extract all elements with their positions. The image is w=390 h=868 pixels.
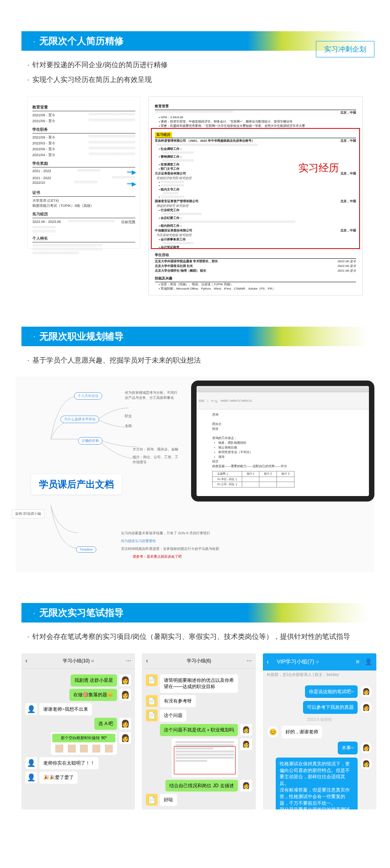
section-header: · 无限次职业规划辅导 <box>21 327 369 346</box>
back-icon[interactable]: ‹ <box>146 657 148 664</box>
resume-mockup-right: 教育背景 北京，中国 • GPA：3.84/4.00 • 课程：投资学原理、中级… <box>148 96 363 295</box>
more-icon[interactable]: ≡ 👤 <box>356 658 372 665</box>
bullet: ·针对会存在笔试考察的实习项目/岗位（暑期实习、寒假实习、技术类岗位等），提供针… <box>27 630 363 643</box>
section-career: · 无限次职业规划辅导 ·基于学员个人意愿兴趣、挖掘学员对于未来的职业想法 <box>0 327 390 572</box>
chat-screenshot-2: ‹ 学习小组(6) ··· 📄请简明扼要阐述你的优点以及你希望在——达成的职业目… <box>142 653 255 809</box>
section-header: · 无限次实习笔试指导 <box>21 603 369 623</box>
top-label: 实习冲刺企划 <box>316 41 374 57</box>
bullet: ·针对要投递的不同企业/岗位的简历进行精修 <box>27 59 363 71</box>
small-tag: 架构:职场调小编 <box>12 509 44 518</box>
chat-notice: 外部群，含1位外部联系人 | 群主：beckey <box>263 671 376 679</box>
laptop-mockup: 粘贴|B I UAaBbC AaBbCcl AaBbCcL 咨询 国央企 创业 … <box>191 381 374 502</box>
chat-image <box>172 738 238 777</box>
section-title: 无限次实习笔试指导 <box>39 607 124 619</box>
back-icon[interactable]: ‹ <box>267 658 269 665</box>
more-icon[interactable]: ··· <box>246 657 252 664</box>
highlight-label: 实习经历 <box>298 161 339 175</box>
chat-screenshot-1: ‹ 学习小组(10) ○ ··· 👩我剧透 这群小星星 👩在做🎯集落的题😊 👤谢… <box>21 653 135 809</box>
chat-screenshot-3: ‹ VIP学习小组(7) ○ ≡ 👤 外部群，含1位外部联系人 | 群主：bec… <box>263 653 376 809</box>
laptop-doc: 咨询 国央企 创业 查询的工作状态： 钱多、团队氛围轻松 独立领项目做 研究性质… <box>197 409 369 491</box>
chat-title: 学习小组(6) <box>187 658 211 664</box>
section-resume: · 无限次个人简历精修 ·针对要投递的不同企业/岗位的简历进行精修 ·实现个人实… <box>0 31 390 295</box>
dot-icon: · <box>33 332 35 341</box>
chat-image: 那个空白框那时针旋转 90° <box>51 732 117 755</box>
chat-title: VIP学习小组(7) ○ <box>277 658 319 665</box>
more-icon[interactable]: ··· <box>126 657 131 664</box>
section-exam: · 无限次实习笔试指导 ·针对会存在笔试考察的实习项目/岗位（暑期实习、寒假实习… <box>0 603 390 809</box>
dot-icon: · <box>33 608 35 617</box>
arrow-icon: ·······▶ <box>127 169 135 175</box>
overlay-label: 学员课后产出文档 <box>31 474 122 494</box>
bullet: ·基于学员个人意愿兴趣、挖掘学员对于未来的职业想法 <box>27 354 363 366</box>
resume-mockup-left: 教育背景 2021/08 - 至今 2021/09 - 至今 学生职务 2021… <box>27 96 140 249</box>
dot-icon: · <box>33 37 35 46</box>
section-title: 无限次个人简历精修 <box>39 35 124 47</box>
arrow-icon: ·······▶ <box>127 181 135 187</box>
bullet: ·实现个人实习经历在简历上的有效呈现 <box>27 73 363 86</box>
section-title: 无限次职业规划辅导 <box>39 330 124 343</box>
back-icon[interactable]: ‹ <box>25 657 27 664</box>
chat-title: 学习小组(10) ○ <box>63 658 94 664</box>
mindmap-area: 个人方向定位 为什么选择水平评估 正确的目标 Timeline 何为投资领域思考… <box>16 377 374 572</box>
